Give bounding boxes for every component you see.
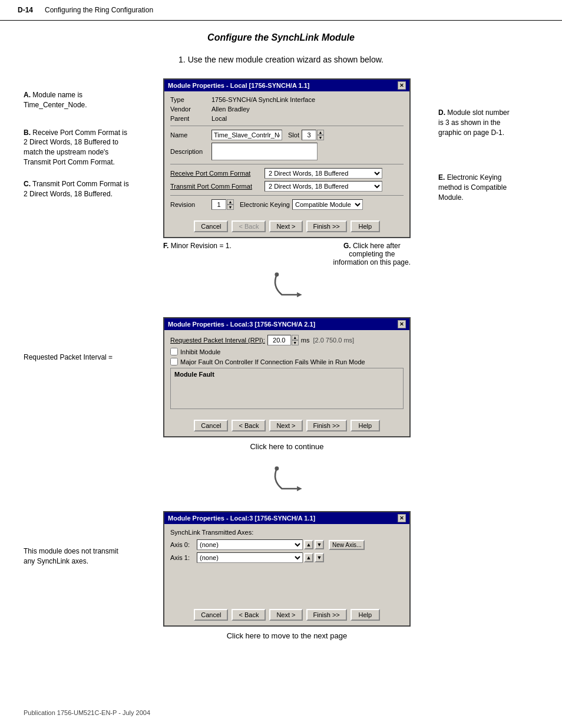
right-annotations-3: [432, 511, 538, 650]
click-nextpage-label: Click here to move to the next page: [227, 631, 348, 640]
dialog-3-titlebar: Module Properties - Local:3 [1756-SYNCH/…: [164, 512, 409, 524]
revision-ekeying-row: Revision ▲ ▼ Electronic Keying Compatibl…: [170, 199, 404, 210]
left-annotations-3: This module does not transmitany SynchLi…: [24, 511, 141, 650]
new-axis-button[interactable]: New Axis...: [329, 540, 365, 550]
parent-row: Parent Local: [170, 115, 404, 122]
dialog-1-title: Module Properties - Local [1756-SYNCH/A …: [168, 82, 309, 89]
axis0-label: Axis 0:: [170, 541, 197, 548]
cancel-button-2[interactable]: Cancel: [194, 420, 228, 431]
slot-label: Slot: [288, 131, 299, 139]
finish-button-1[interactable]: Finish >>: [306, 220, 347, 232]
rcv-label: Receive Port Comm Format: [170, 170, 265, 177]
rcv-select[interactable]: 2 Direct Words, 18 Buffered: [265, 168, 382, 179]
inhibit-row: Inhibit Module: [170, 348, 404, 355]
rpi-label: Requested Packet Interval (RPI):: [170, 337, 265, 344]
vendor-row: Vendor Allen Bradley: [170, 106, 404, 113]
slot-input[interactable]: [302, 130, 316, 140]
next-button-3[interactable]: Next >: [269, 609, 302, 621]
description-label: Description: [170, 148, 211, 155]
rpi-range: [2.0 750.0 ms]: [313, 337, 354, 344]
type-label: Type: [170, 96, 211, 103]
dialog-2-buttons: Cancel < Back Next > Finish >> Help: [164, 416, 409, 436]
module-fault-label: Module Fault: [174, 371, 399, 378]
annotation-A: A. Module name isTime_Center_Node.: [24, 90, 141, 110]
dialog-3-body: SynchLink Transmitted Axes: Axis 0: (non…: [164, 524, 409, 605]
rpi-unit: ms: [301, 337, 310, 344]
close-icon-3[interactable]: ✕: [398, 514, 406, 522]
dialog-1: Module Properties - Local [1756-SYNCH/A …: [163, 78, 411, 238]
name-label: Name: [170, 131, 211, 139]
xmit-select[interactable]: 2 Direct Words, 18 Buffered: [265, 181, 382, 192]
help-button-3[interactable]: Help: [351, 609, 380, 621]
diagram-section-2: Requested Packet Interval = Module Prope…: [24, 317, 538, 499]
axis0-select[interactable]: (none): [197, 539, 303, 550]
majorfault-checkbox[interactable]: [170, 358, 178, 365]
center-dialog-3: Module Properties - Local:3 [1756-SYNCH/…: [141, 511, 432, 650]
dialog-1-buttons: Cancel < Back Next > Finish >> Help: [164, 217, 409, 237]
diagram-section-3: This module does not transmitany SynchLi…: [24, 511, 538, 650]
dialog-3: Module Properties - Local:3 [1756-SYNCH/…: [163, 511, 411, 627]
cancel-button-3[interactable]: Cancel: [194, 609, 228, 621]
revision-input[interactable]: [211, 199, 226, 210]
slot-up-btn[interactable]: ▲: [317, 130, 324, 135]
revision-down-btn[interactable]: ▼: [227, 205, 234, 210]
description-input[interactable]: [211, 143, 318, 160]
description-row: Description: [170, 143, 404, 160]
right-annotations-1: D. Module slot numberis 3 as shown in th…: [432, 78, 538, 305]
help-button-1[interactable]: Help: [351, 220, 380, 232]
back-button-2[interactable]: < Back: [232, 420, 266, 431]
dialog-1-titlebar: Module Properties - Local [1756-SYNCH/A …: [164, 80, 409, 91]
back-button-1[interactable]: < Back: [232, 220, 266, 232]
axis1-select[interactable]: (none): [197, 552, 303, 563]
annotation-C: C. Transmit Port Comm Format is2 Direct …: [24, 179, 141, 199]
next-button-1[interactable]: Next >: [269, 220, 302, 232]
annotation-B: B. Receive Port Comm Format is2 Direct W…: [24, 128, 141, 167]
inhibit-label: Inhibit Module: [180, 348, 221, 355]
parent-label: Parent: [170, 115, 211, 122]
cancel-button-1[interactable]: Cancel: [194, 220, 228, 232]
inhibit-checkbox[interactable]: [170, 348, 178, 355]
right-annotations-2: [432, 317, 538, 499]
left-annotations-1: A. Module name isTime_Center_Node. B. Re…: [24, 78, 141, 305]
finish-button-3[interactable]: Finish >>: [306, 609, 347, 621]
axis0-down-btn[interactable]: ▼: [315, 540, 324, 549]
dialog-2-titlebar: Module Properties - Local:3 [1756-SYNCH/…: [164, 318, 409, 330]
vendor-value: Allen Bradley: [211, 106, 250, 113]
center-dialog-2: Module Properties - Local:3 [1756-SYNCH/…: [141, 317, 432, 499]
slot-down-btn[interactable]: ▼: [317, 135, 324, 140]
annotation-D: D. Module slot numberis 3 as shown in th…: [438, 108, 538, 137]
revision-up-btn[interactable]: ▲: [227, 199, 234, 205]
page-header: D-14 Configuring the Ring Configuration: [0, 0, 562, 21]
axis0-row: Axis 0: (none) ▲ ▼ New Axis...: [170, 539, 404, 550]
axis0-up-btn[interactable]: ▲: [304, 540, 313, 549]
page-section: Configuring the Ring Configuration: [45, 6, 153, 14]
dialog-3-buttons: Cancel < Back Next > Finish >> Help: [164, 605, 409, 625]
annotation-this-module: This module does not transmitany SynchLi…: [24, 546, 141, 566]
rpi-up-btn[interactable]: ▲: [292, 335, 299, 340]
axis1-down-btn[interactable]: ▼: [315, 553, 324, 562]
rpi-row: Requested Packet Interval (RPI): ▲ ▼ ms …: [170, 335, 404, 345]
svg-point-1: [275, 272, 279, 276]
name-input[interactable]: [211, 130, 282, 140]
close-icon[interactable]: ✕: [398, 81, 406, 90]
annotation-rpi: Requested Packet Interval =: [24, 353, 141, 363]
close-icon-2[interactable]: ✕: [398, 320, 406, 328]
next-button-2[interactable]: Next >: [269, 420, 302, 431]
finish-button-2[interactable]: Finish >>: [306, 420, 347, 431]
type-row: Type 1756-SYNCH/A SynchLink Interface: [170, 96, 404, 103]
axis1-up-btn[interactable]: ▲: [304, 553, 313, 562]
dialog-1-body: Type 1756-SYNCH/A SynchLink Interface Ve…: [164, 91, 409, 217]
majorfault-label: Major Fault On Controller If Connection …: [180, 358, 365, 365]
help-button-2[interactable]: Help: [351, 420, 380, 431]
back-button-3[interactable]: < Back: [232, 609, 266, 621]
rpi-down-btn[interactable]: ▼: [292, 340, 299, 345]
arrow-1: [269, 271, 305, 301]
ekeying-select[interactable]: Compatible Module: [292, 199, 363, 210]
parent-value: Local: [211, 115, 227, 122]
rpi-input[interactable]: [267, 335, 291, 345]
rcv-row: Receive Port Comm Format 2 Direct Words,…: [170, 168, 404, 179]
left-annotations-2: Requested Packet Interval =: [24, 317, 141, 499]
xmit-label: Transmit Port Comm Format: [170, 183, 265, 190]
section-title: Configure the SynchLink Module: [24, 32, 538, 43]
type-value: 1756-SYNCH/A SynchLink Interface: [211, 96, 315, 103]
